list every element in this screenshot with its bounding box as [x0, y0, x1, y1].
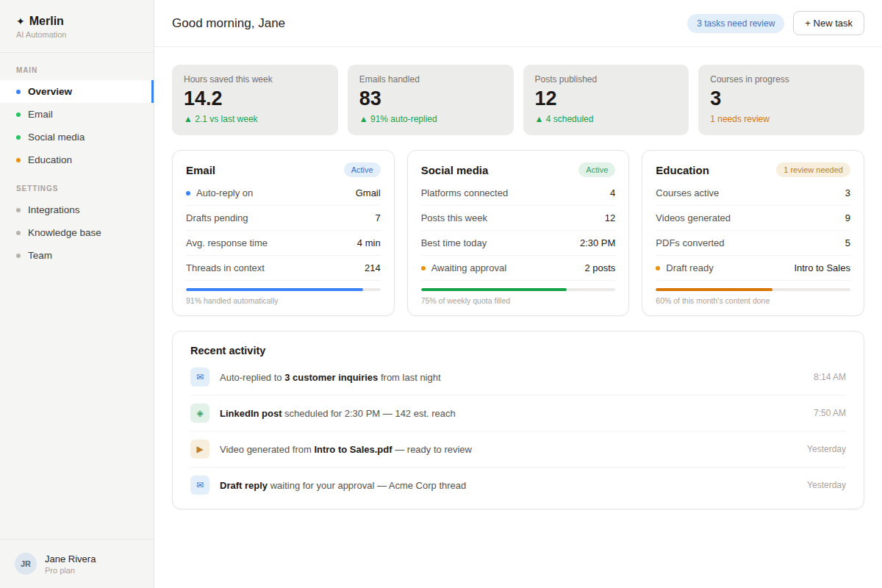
activity-time: Yesterday: [807, 444, 846, 454]
main-content: Good morning, Jane 3 tasks need review +…: [154, 0, 882, 588]
status-badge: Active: [578, 162, 615, 177]
avatar: JR: [15, 553, 37, 575]
row-label: Courses active: [656, 187, 719, 198]
sidebar-item-education[interactable]: Education: [0, 148, 154, 171]
sidebar-item-overview[interactable]: Overview: [0, 80, 154, 103]
email-card: Email Active Auto-reply on Gmail Drafts …: [172, 150, 395, 316]
activity-item: ✉ Draft reply waiting for your approval …: [190, 467, 846, 503]
mail-icon: ✉: [190, 368, 209, 387]
row-value: Intro to Sales: [794, 262, 850, 273]
activity-item: ✉ Auto-replied to 3 customer inquiries f…: [190, 359, 846, 395]
mail-icon: ✉: [190, 476, 209, 495]
progress-fill: [421, 288, 567, 291]
row-value: 3: [845, 187, 850, 198]
row-label: Best time today: [421, 237, 487, 248]
stat-label: Courses in progress: [710, 74, 853, 85]
stat-label: Posts published: [535, 74, 678, 85]
row-value: 4: [610, 187, 615, 198]
activity-time: Yesterday: [807, 480, 846, 490]
progress-bar: [186, 288, 381, 291]
row-label: Posts this week: [421, 212, 487, 223]
sidebar-item-label: Knowledge base: [28, 227, 101, 238]
sidebar-item-team[interactable]: Team: [0, 244, 154, 267]
stat-value: 12: [535, 87, 678, 110]
row-label: Auto-reply on: [196, 187, 253, 198]
status-dot: [16, 112, 21, 117]
activity-text: Draft reply waiting for your approval — …: [220, 480, 797, 491]
dashboard-content: Hours saved this week 14.2 ▲ 2.1 vs last…: [154, 47, 882, 527]
sidebar: ✦ Merlin AI Automation MAIN Overview Ema…: [0, 0, 154, 588]
status-dot: [16, 208, 21, 212]
app-name: Merlin: [29, 15, 64, 28]
status-dot: [186, 191, 190, 196]
stat-label: Emails handled: [359, 74, 502, 85]
nav-section-main: MAIN: [0, 53, 154, 80]
row-label: Videos generated: [656, 212, 731, 223]
card-row: Avg. response time 4 min: [186, 231, 381, 256]
row-value: Gmail: [356, 187, 381, 198]
new-task-button[interactable]: + New task: [793, 11, 864, 35]
sidebar-item-social-media[interactable]: Social media: [0, 126, 154, 148]
status-dot: [16, 90, 21, 94]
card-row: Best time today 2:30 PM: [421, 231, 616, 256]
progress-bar: [421, 288, 616, 291]
user-name: Jane Rivera: [45, 553, 96, 564]
row-label: Threads in context: [186, 262, 265, 273]
row-value: 2:30 PM: [580, 237, 615, 248]
stat-card-hours-saved: Hours saved this week 14.2 ▲ 2.1 vs last…: [172, 65, 338, 135]
social-post-icon: ◈: [190, 404, 209, 423]
card-row: Draft ready Intro to Sales: [656, 256, 850, 281]
social-media-card: Social media Active Platforms connected …: [407, 150, 630, 316]
row-value: 12: [605, 212, 615, 223]
user-profile[interactable]: JR Jane Rivera Pro plan: [0, 539, 154, 588]
row-value: 2 posts: [584, 262, 615, 273]
page-title: Good morning, Jane: [172, 16, 285, 31]
stat-delta: ▲ 4 scheduled: [535, 114, 678, 124]
card-title: Education: [656, 164, 709, 176]
card-row: Auto-reply on Gmail: [186, 181, 381, 206]
row-value: 4 min: [357, 237, 381, 248]
tasks-review-badge[interactable]: 3 tasks need review: [687, 14, 784, 33]
status-dot: [421, 266, 426, 270]
status-badge: Active: [344, 162, 381, 177]
row-label: Awaiting approval: [431, 262, 506, 273]
row-label: PDFs converted: [656, 237, 724, 248]
card-row: Drafts pending 7: [186, 206, 381, 231]
sidebar-item-label: Integrations: [28, 204, 80, 215]
activity-time: 8:14 AM: [814, 372, 846, 382]
row-value: 7: [375, 212, 380, 223]
progress-fill: [656, 288, 772, 291]
stat-delta: ▲ 2.1 vs last week: [184, 114, 326, 124]
card-title: Email: [186, 164, 215, 176]
stat-value: 14.2: [184, 87, 326, 110]
status-dot: [656, 266, 660, 270]
sidebar-item-label: Social media: [28, 132, 85, 143]
status-dot: [16, 135, 21, 140]
sidebar-item-label: Overview: [28, 86, 72, 97]
activity-text: Video generated from Intro to Sales.pdf …: [220, 444, 797, 455]
sidebar-item-label: Email: [28, 109, 53, 120]
status-badge: 1 review needed: [776, 162, 850, 177]
card-row: PDFs converted 5: [656, 231, 850, 256]
nav-section-settings: SETTINGS: [0, 171, 154, 198]
stat-delta: 1 needs review: [710, 114, 853, 124]
sidebar-item-integrations[interactable]: Integrations: [0, 198, 154, 221]
sidebar-item-label: Team: [28, 250, 52, 261]
card-row: Platforms connected 4: [421, 181, 616, 206]
stat-label: Hours saved this week: [184, 74, 326, 85]
page-header: Good morning, Jane 3 tasks need review +…: [154, 0, 882, 47]
sparkle-icon: ✦: [16, 15, 25, 27]
recent-activity-title: Recent activity: [190, 345, 846, 356]
row-label: Platforms connected: [421, 187, 509, 198]
app-tagline: AI Automation: [16, 30, 137, 39]
activity-item: ▶ Video generated from Intro to Sales.pd…: [190, 431, 846, 467]
sidebar-item-knowledge-base[interactable]: Knowledge base: [0, 221, 154, 244]
row-label: Drafts pending: [186, 212, 248, 223]
video-play-icon: ▶: [190, 440, 209, 459]
sidebar-item-email[interactable]: Email: [0, 103, 154, 126]
progress-bar: [656, 288, 850, 291]
card-title: Social media: [421, 164, 489, 176]
app-window: ✦ Merlin AI Automation MAIN Overview Ema…: [0, 0, 882, 588]
progress-caption: 91% handled automatically: [186, 296, 381, 305]
feature-cards-row: Email Active Auto-reply on Gmail Drafts …: [172, 150, 864, 316]
